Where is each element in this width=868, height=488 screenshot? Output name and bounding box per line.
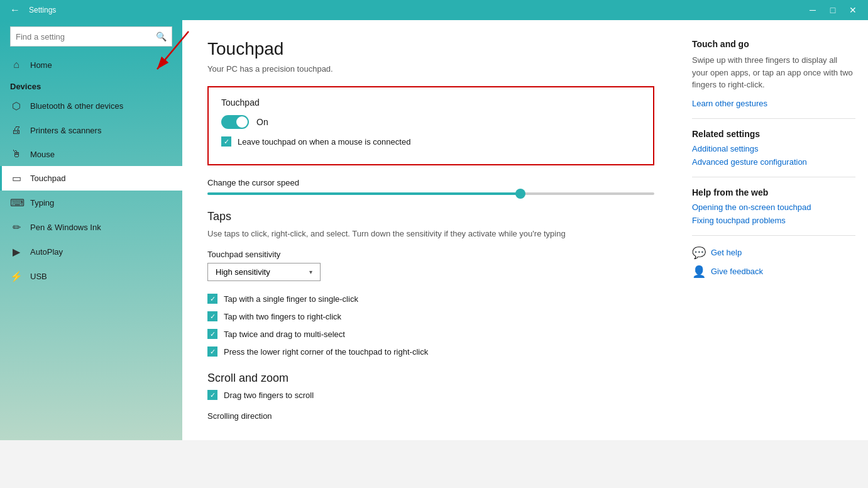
sidebar-item-label: USB (30, 272, 47, 281)
typing-icon: ⌨ (10, 197, 23, 209)
sidebar-item-touchpad[interactable]: ▭ Touchpad (0, 166, 182, 191)
app-title: Settings (29, 6, 56, 14)
two-finger-tap-label: Tap with two fingers to right-click (224, 312, 341, 321)
slider-fill (207, 192, 520, 195)
get-help-row[interactable]: 💬 Get help (692, 246, 855, 260)
subtitle: Your PC has a precision touchpad. (207, 64, 654, 74)
slider-track (207, 192, 654, 195)
touchpad-section-label: Touchpad (221, 97, 640, 108)
get-help-link: Get help (711, 248, 742, 257)
sensitivity-value: High sensitivity (216, 267, 270, 277)
chevron-down-icon: ▾ (309, 269, 312, 275)
cursor-speed-label: Change the cursor speed (207, 178, 654, 187)
sidebar-item-label: Bluetooth & other devices (30, 101, 123, 111)
search-input[interactable] (16, 32, 156, 42)
leave-touchpad-label: Leave touchpad on when a mouse is connec… (238, 137, 410, 147)
touch-go-title: Touch and go (692, 39, 855, 49)
give-feedback-link: Give feedback (711, 267, 763, 276)
lower-right-corner-row: ✓ Press the lower right corner of the to… (207, 347, 654, 357)
help-title: Help from the web (692, 187, 855, 197)
advanced-gesture-link[interactable]: Advanced gesture configuration (692, 157, 855, 167)
check-icon: ✓ (210, 313, 216, 321)
sidebar-item-label: Printers & scanners (30, 126, 101, 135)
titlebar: ← Settings ─ □ ✕ (0, 0, 868, 20)
sidebar: 🔍 ⌂ Home Devices ⬡ Bluetooth & other dev… (0, 20, 182, 440)
search-box[interactable]: 🔍 (10, 26, 172, 47)
close-button[interactable]: ✕ (845, 3, 860, 18)
sidebar-item-label: Home (30, 60, 52, 70)
sidebar-item-label: Typing (30, 198, 54, 208)
sidebar-item-usb[interactable]: ⚡ USB (0, 264, 182, 289)
usb-icon: ⚡ (10, 270, 23, 282)
learn-gestures-link[interactable]: Learn other gestures (692, 99, 855, 108)
home-icon: ⌂ (10, 59, 23, 70)
taps-section-desc: Use taps to click, right-click, and sele… (207, 228, 654, 240)
touchpad-toggle[interactable] (221, 115, 249, 129)
touchpad-toggle-section: Touchpad On ✓ Leave touchpad on when a m… (207, 86, 654, 165)
scroll-zoom-header: Scroll and zoom (207, 372, 654, 385)
additional-settings-link[interactable]: Additional settings (692, 144, 855, 153)
lower-right-corner-label: Press the lower right corner of the touc… (224, 347, 428, 357)
search-icon: 🔍 (156, 31, 167, 42)
sidebar-item-pen[interactable]: ✏ Pen & Windows Ink (0, 215, 182, 240)
autoplay-icon: ▶ (10, 246, 23, 258)
scrolling-direction-label: Scrolling direction (207, 411, 272, 421)
two-finger-tap-checkbox[interactable]: ✓ (207, 311, 217, 321)
check-icon: ✓ (224, 138, 229, 146)
touchpad-toggle-row: On (221, 115, 640, 129)
sidebar-item-typing[interactable]: ⌨ Typing (0, 191, 182, 215)
minimize-button[interactable]: ─ (805, 3, 820, 18)
fixing-touchpad-link[interactable]: Fixing touchpad problems (692, 216, 855, 225)
sidebar-item-bluetooth[interactable]: ⬡ Bluetooth & other devices (0, 94, 182, 118)
sidebar-item-autoplay[interactable]: ▶ AutoPlay (0, 240, 182, 264)
sidebar-item-printers[interactable]: 🖨 Printers & scanners (0, 118, 182, 142)
two-finger-tap-row: ✓ Tap with two fingers to right-click (207, 311, 654, 321)
sidebar-section-title: Devices (0, 77, 182, 94)
pen-icon: ✏ (10, 221, 23, 233)
leave-touchpad-checkbox[interactable]: ✓ (221, 136, 231, 147)
printers-icon: 🖨 (10, 125, 23, 136)
toggle-on-label: On (256, 117, 268, 127)
opening-touchpad-link[interactable]: Opening the on-screen touchpad (692, 202, 855, 212)
double-tap-drag-label: Tap twice and drag to multi-select (224, 330, 345, 339)
content-area: Touchpad Your PC has a precision touchpa… (182, 20, 868, 440)
single-tap-checkbox[interactable]: ✓ (207, 294, 217, 304)
sensitivity-dropdown[interactable]: High sensitivity ▾ (207, 263, 321, 281)
check-icon: ✓ (210, 295, 216, 303)
sidebar-item-label: Mouse (30, 150, 55, 159)
main-content: Touchpad Your PC has a precision touchpa… (182, 20, 679, 440)
double-tap-drag-checkbox[interactable]: ✓ (207, 329, 217, 339)
check-icon: ✓ (210, 391, 216, 399)
check-icon: ✓ (210, 330, 216, 338)
drag-two-fingers-checkbox[interactable]: ✓ (207, 390, 217, 400)
divider-2 (692, 177, 855, 177)
bluetooth-icon: ⬡ (10, 100, 23, 112)
scrolling-direction-section: Scrolling direction (207, 410, 654, 421)
single-tap-row: ✓ Tap with a single finger to single-cli… (207, 294, 654, 304)
leave-touchpad-row: ✓ Leave touchpad on when a mouse is conn… (221, 136, 640, 147)
maximize-button[interactable]: □ (825, 3, 840, 18)
right-panel: Touch and go Swipe up with three fingers… (679, 20, 868, 440)
page-title: Touchpad (207, 39, 654, 59)
taps-section-header: Taps (207, 210, 654, 223)
drag-two-fingers-label: Drag two fingers to scroll (224, 391, 314, 400)
give-feedback-row[interactable]: 👤 Give feedback (692, 265, 855, 279)
check-icon: ✓ (210, 348, 216, 356)
cursor-speed-section: Change the cursor speed (207, 178, 654, 195)
get-help-icon: 💬 (692, 246, 706, 260)
sidebar-item-mouse[interactable]: 🖱 Mouse (0, 142, 182, 166)
single-tap-label: Tap with a single finger to single-click (224, 294, 358, 304)
touch-go-desc: Swipe up with three fingers to display a… (692, 54, 855, 91)
sidebar-item-label: AutoPlay (30, 247, 63, 257)
touchpad-icon: ▭ (10, 172, 23, 184)
back-button[interactable]: ← (8, 3, 23, 18)
sensitivity-container: Touchpad sensitivity High sensitivity ▾ (207, 250, 654, 281)
sensitivity-label: Touchpad sensitivity (207, 250, 654, 259)
sidebar-item-home[interactable]: ⌂ Home (0, 53, 182, 77)
lower-right-corner-checkbox[interactable]: ✓ (207, 347, 217, 357)
slider-thumb[interactable] (515, 189, 525, 199)
divider-1 (692, 118, 855, 119)
sidebar-item-label: Touchpad (30, 174, 65, 183)
mouse-icon: 🖱 (10, 148, 23, 160)
related-settings-title: Related settings (692, 129, 855, 139)
